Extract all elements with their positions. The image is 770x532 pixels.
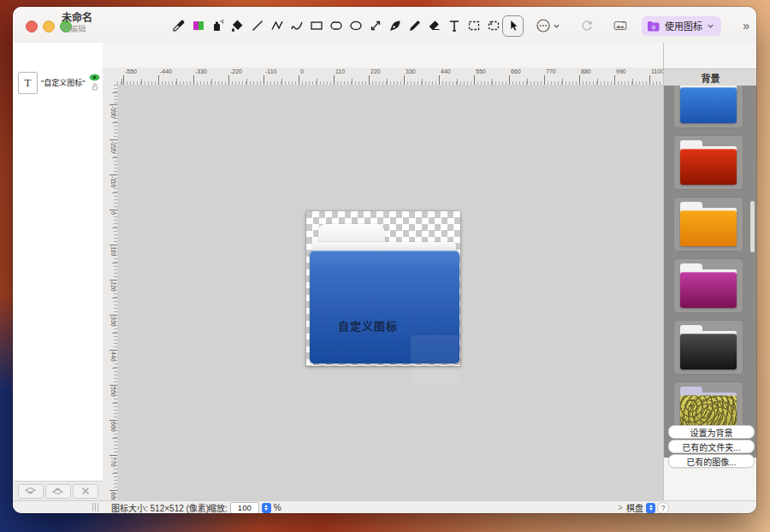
redo-button[interactable] (579, 19, 594, 33)
layer-label: "自定义图标" (41, 77, 85, 88)
canvas-style-group[interactable]: 棋盘 (626, 502, 655, 513)
ruler-tick-label: 550 (104, 387, 117, 422)
layer-thumbnail: T (18, 72, 38, 94)
toolbar-overflow-button[interactable]: » (743, 19, 749, 33)
smart-select-tool[interactable] (486, 19, 500, 33)
arrow-line-tool[interactable] (368, 19, 382, 33)
more-tools-group[interactable] (536, 18, 560, 33)
horizontal-ruler-labels: -550-440-330-220-11001102203304405506607… (117, 68, 663, 75)
rounded-rectangle-tool[interactable] (329, 19, 343, 33)
existing-images-button[interactable]: 已有的图像... (668, 454, 755, 468)
ruler-tick-label: 330 (104, 316, 117, 352)
cursor-tool[interactable] (506, 19, 520, 33)
background-folder-list (664, 86, 756, 458)
horizontal-ruler: -550-440-330-220-11001102203304405506607… (117, 68, 663, 86)
window-edited-badge: 已编辑 (62, 24, 92, 33)
zoom-label: 缩放: (208, 501, 228, 513)
purple-folder-gear-icon (647, 21, 660, 32)
scrollbar-thumb[interactable] (750, 201, 755, 252)
ruler-tick-label: -330 (104, 106, 117, 141)
background-folder-item[interactable] (673, 135, 743, 190)
zoom-control-group: 缩放: % (208, 502, 281, 513)
background-folder-item[interactable] (673, 258, 743, 313)
use-icon-button[interactable]: 使用图标 (642, 16, 721, 36)
window-title: 未命名 (62, 12, 92, 24)
ruler-tick-label: 770 (546, 68, 581, 75)
help-button[interactable]: ? (657, 502, 669, 513)
ruler-tick-label: 440 (441, 68, 476, 75)
app-window: 未命名 已编辑 (13, 7, 756, 513)
zoom-input[interactable] (230, 502, 259, 514)
disclosure-chevron[interactable]: > (618, 502, 623, 513)
pencil-tool[interactable] (407, 19, 422, 33)
zoom-stepper[interactable] (262, 503, 271, 513)
paint-bucket-tool[interactable] (230, 19, 245, 33)
pen-tool[interactable] (388, 19, 402, 33)
layers-panel: T "自定义图标" (13, 43, 104, 500)
ruler-tick-label: 440 (104, 352, 117, 387)
content-top-strip (103, 43, 663, 68)
background-folder-item[interactable] (673, 320, 743, 375)
minimize-button[interactable] (43, 21, 55, 33)
unlock-icon[interactable] (92, 83, 98, 91)
folder-thumbnail (680, 202, 737, 248)
ruler-tick-label: 660 (104, 422, 117, 457)
status-bar: 图标大小: 512×512 (像素) 缩放: % > 棋盘 ? (13, 500, 756, 513)
merge-layer-up-button[interactable] (45, 484, 71, 499)
folder-watermark (411, 335, 459, 383)
line-tool[interactable] (250, 19, 264, 33)
curve-tool[interactable] (289, 19, 304, 33)
background-folder-item[interactable] (673, 86, 743, 128)
use-icon-label: 使用图标 (665, 19, 702, 33)
merge-layer-down-button[interactable] (18, 484, 44, 499)
ruler-tick-label: 110 (104, 246, 117, 281)
ruler-tick-label: 0 (104, 211, 117, 246)
ruler-corner (103, 68, 118, 86)
ruler-tick-label: -550 (125, 68, 160, 75)
rectangle-tool[interactable] (309, 19, 323, 33)
marquee-select-tool[interactable] (466, 19, 481, 33)
polyline-tool[interactable] (270, 19, 284, 33)
layer-controls (89, 74, 100, 91)
editor-canvas[interactable]: 自定义图标 (117, 85, 663, 500)
set-as-background-button[interactable]: 设置为背景 (668, 425, 755, 439)
eyedropper-tool[interactable] (171, 19, 186, 33)
close-button[interactable] (26, 21, 38, 33)
ellipse-tool[interactable] (348, 19, 363, 33)
percent-label: % (274, 503, 281, 512)
ruler-tick-label: 220 (104, 281, 117, 316)
layer-item[interactable]: T "自定义图标" (18, 72, 100, 98)
sidebar-resize-handle[interactable] (92, 503, 98, 511)
ruler-tick-label: -330 (195, 68, 230, 75)
background-folder-item[interactable] (673, 197, 743, 251)
color-swatch-tool[interactable] (191, 19, 205, 33)
ruler-tick-label: 220 (370, 68, 406, 75)
window-title-group: 未命名 已编辑 (62, 12, 92, 34)
vertical-ruler-labels: -330-220-1100110220330440550660770880 (103, 85, 117, 513)
grid-style-stepper[interactable] (646, 503, 655, 513)
ruler-tick-label: -440 (160, 68, 195, 75)
grid-style-label: 棋盘 (626, 501, 643, 513)
spray-can-tool[interactable] (210, 19, 225, 33)
ruler-tick-label: 770 (104, 457, 117, 492)
folder-caption-text[interactable]: 自定义图标 (338, 317, 398, 334)
delete-layer-button[interactable] (73, 484, 98, 499)
existing-folders-button[interactable]: 已有的文件夹... (668, 440, 755, 453)
icon-artboard[interactable]: 自定义图标 (306, 211, 460, 366)
eye-icon[interactable] (89, 74, 100, 81)
ruler-tick-label: -220 (104, 141, 117, 176)
layers-footer (13, 481, 103, 500)
import-image-button[interactable] (611, 19, 630, 33)
ruler-tick-label: 0 (300, 68, 335, 75)
background-panel: 背景 (663, 43, 756, 500)
text-tool[interactable] (447, 19, 461, 33)
background-panel-title: 背景 (664, 68, 756, 87)
icon-size-label: 图标大小: 512×512 (像素) (111, 502, 209, 513)
ruler-tick-label: 550 (476, 68, 511, 75)
eraser-tool[interactable] (427, 19, 441, 33)
chevron-down-icon (553, 22, 560, 30)
chevron-down-icon (707, 22, 714, 30)
tool-palette: 使用图标 » (171, 15, 749, 37)
ruler-tick-label: 330 (406, 68, 441, 75)
folder-thumbnail (680, 325, 737, 371)
